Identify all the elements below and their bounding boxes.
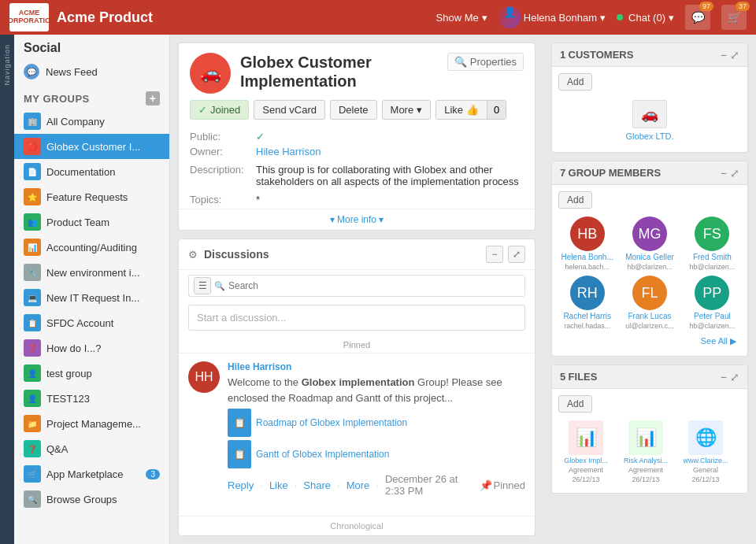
- sidebar-item-sfdc[interactable]: 📋 SFDC Account: [14, 310, 169, 335]
- more-info-button[interactable]: ▾ More info ▾: [179, 209, 535, 230]
- members-panel-header: 7 GROUP MEMBERS − ⤢: [552, 161, 747, 185]
- customers-panel: 1 CUSTOMERS − ⤢ Add 🚗 Globex LTD.: [551, 43, 748, 153]
- test-group-icon: 👤: [24, 365, 41, 382]
- owner-label: Owner:: [190, 146, 253, 157]
- sidebar-item-project-mgmt[interactable]: 📁 Project Manageme...: [14, 411, 169, 436]
- send-vcard-button[interactable]: Send vCard: [254, 100, 325, 120]
- sidebar-item-news-feed[interactable]: 💬 News Feed: [14, 58, 169, 85]
- discussions-panel: ⚙ Discussions − ⤢ ☰ 🔍 Start a discussion…: [178, 239, 536, 536]
- sidebar-item-globex[interactable]: 🔴 Globex Customer I...: [14, 134, 169, 159]
- member-name-peter[interactable]: Peter Paul: [694, 312, 731, 320]
- delete-button[interactable]: Delete: [330, 100, 377, 120]
- files-minimize-button[interactable]: −: [721, 372, 727, 383]
- customers-expand-button[interactable]: ⤢: [730, 50, 739, 61]
- like-count[interactable]: 0: [487, 101, 506, 119]
- like-button[interactable]: Like 👍: [436, 101, 487, 119]
- customers-panel-body: Add 🚗 Globex LTD.: [552, 67, 747, 152]
- sidebar-item-test-group[interactable]: 👤 test group: [14, 361, 169, 386]
- sidebar-item-all-company[interactable]: 🏢 All Company: [14, 109, 169, 134]
- customer-item: 🚗 Globex LTD.: [558, 95, 741, 146]
- members-minimize-button[interactable]: −: [721, 168, 727, 179]
- sidebar-item-browse-groups[interactable]: 🔍 Browse Groups: [14, 487, 169, 512]
- navigation-label: Navigation: [3, 44, 11, 86]
- discussions-expand-button[interactable]: ⤢: [508, 246, 525, 263]
- more-post-button[interactable]: More: [346, 479, 370, 491]
- discussion-attachment-2[interactable]: 📋 Gantt of Globex Implementation: [228, 440, 525, 468]
- customers-minimize-button[interactable]: −: [721, 50, 727, 61]
- member-item-monica: MG Monica Geller hb@clarizen...: [621, 216, 678, 271]
- description-value: This group is for collaborating with Glo…: [256, 164, 524, 187]
- feature-requests-icon: ⭐: [24, 188, 41, 205]
- joined-button[interactable]: ✓ Joined: [190, 100, 249, 120]
- file-date-risk: 26/12/13: [632, 476, 659, 483]
- start-discussion-field[interactable]: Start a discussion...: [188, 305, 525, 331]
- user-menu-button[interactable]: 👤 Helena Bonham ▾: [498, 6, 606, 28]
- group-panel: 🚗 Globex Customer Implementation 🔍 Prope…: [178, 43, 536, 231]
- accounting-icon: 📊: [24, 239, 41, 256]
- topics-label: Topics:: [190, 194, 253, 205]
- discussions-search-input[interactable]: [228, 280, 520, 291]
- share-button[interactable]: Share: [303, 479, 331, 491]
- members-panel: 7 GROUP MEMBERS − ⤢ Add HB Helena Bonh..…: [551, 161, 748, 357]
- discussion-actions: Reply · Like · Share · More · December 2…: [228, 473, 525, 497]
- file-name-globex[interactable]: Globex Impl...: [564, 457, 608, 464]
- like-wrapper: Like 👍 0: [435, 100, 506, 120]
- member-avatar-rachel: RH: [570, 276, 605, 310]
- sidebar-item-product-team[interactable]: 👥 Product Team: [14, 209, 169, 235]
- sidebar-item-feature-requests[interactable]: ⭐ Feature Requests: [14, 184, 169, 209]
- messages-button[interactable]: 🛒 37: [721, 5, 747, 30]
- member-name-fred[interactable]: Fred Smith: [693, 253, 732, 261]
- member-avatar-fred: FS: [695, 216, 729, 251]
- sidebar-item-howdoi[interactable]: ❓ How do I...?: [14, 335, 169, 361]
- attachment-1-link[interactable]: Roadmap of Globex Implementation: [256, 417, 407, 428]
- discussions-gear-icon[interactable]: ⚙: [188, 249, 198, 261]
- joined-checkmark: ✓: [198, 104, 207, 116]
- filter-button[interactable]: ☰: [194, 277, 211, 294]
- discussion-item: HH Hilee Harrison Welcome to the Globex …: [179, 353, 535, 505]
- files-add-button[interactable]: Add: [558, 395, 592, 413]
- member-name-monica[interactable]: Monica Geller: [625, 253, 674, 261]
- file-date-clarize: 26/12/13: [691, 476, 719, 483]
- sidebar-item-new-environment[interactable]: 🔧 New environment i...: [14, 260, 169, 285]
- file-item-clarize: 🌐 www.Clarize... General 26/12/13: [678, 420, 733, 483]
- sidebar-item-qa[interactable]: ❓ Q&A: [14, 436, 169, 461]
- add-group-button[interactable]: +: [146, 91, 160, 105]
- group-logo: 🚗: [190, 53, 231, 94]
- sidebar-item-test123[interactable]: 👤 TEST123: [14, 386, 169, 411]
- notifications-button[interactable]: 💬 97: [685, 5, 710, 30]
- see-all-members-button[interactable]: See All ▶: [558, 333, 741, 350]
- member-name-frank[interactable]: Frank Lucas: [628, 312, 671, 320]
- attachment-2-icon: 📋: [228, 440, 251, 468]
- sidebar-item-accounting[interactable]: 📊 Accounting/Auditing: [14, 235, 169, 260]
- file-name-risk[interactable]: Risk Analysi...: [624, 457, 668, 464]
- members-expand-button[interactable]: ⤢: [730, 168, 739, 179]
- members-panel-body: Add HB Helena Bonh... helena.bach... MG …: [552, 185, 747, 356]
- discussion-attachment-1[interactable]: 📋 Roadmap of Globex Implementation: [228, 409, 525, 437]
- sidebar-item-it-request[interactable]: 💻 New IT Request In...: [14, 285, 169, 310]
- properties-button[interactable]: 🔍 Properties: [447, 53, 524, 71]
- sidebar-item-documentation[interactable]: 📄 Documentation: [14, 159, 169, 184]
- discussions-minimize-button[interactable]: −: [486, 246, 503, 263]
- members-add-button[interactable]: Add: [558, 191, 592, 209]
- member-email-rachel: rachel.hadas...: [564, 322, 610, 330]
- member-name-rachel[interactable]: Rachel Harris: [563, 312, 611, 320]
- customers-add-button[interactable]: Add: [558, 73, 592, 91]
- chat-button[interactable]: Chat (0) ▾: [617, 12, 674, 24]
- attachment-2-link[interactable]: Gantt of Globex Implementation: [256, 449, 389, 460]
- files-expand-button[interactable]: ⤢: [730, 372, 739, 383]
- more-button[interactable]: More ▾: [382, 100, 432, 120]
- file-type-globex: Agreement: [569, 466, 603, 474]
- topics-value: *: [256, 194, 524, 205]
- member-name-helena[interactable]: Helena Bonh...: [561, 253, 613, 261]
- like-post-button[interactable]: Like: [269, 479, 288, 491]
- owner-value[interactable]: Hilee Harrison: [256, 146, 524, 157]
- sidebar-item-app-marketplace[interactable]: 🛒 App Marketplace 3: [14, 461, 169, 487]
- show-me-button[interactable]: Show Me ▾: [436, 12, 487, 24]
- it-request-icon: 💻: [24, 289, 41, 306]
- file-name-clarize[interactable]: www.Clarize...: [683, 457, 728, 464]
- customer-name[interactable]: Globex LTD.: [626, 131, 674, 141]
- post-timestamp: December 26 at 2:33 PM: [385, 473, 470, 497]
- discussion-author[interactable]: Hilee Harrison: [228, 361, 525, 372]
- reply-button[interactable]: Reply: [228, 479, 254, 491]
- file-date-globex: 26/12/13: [572, 476, 599, 483]
